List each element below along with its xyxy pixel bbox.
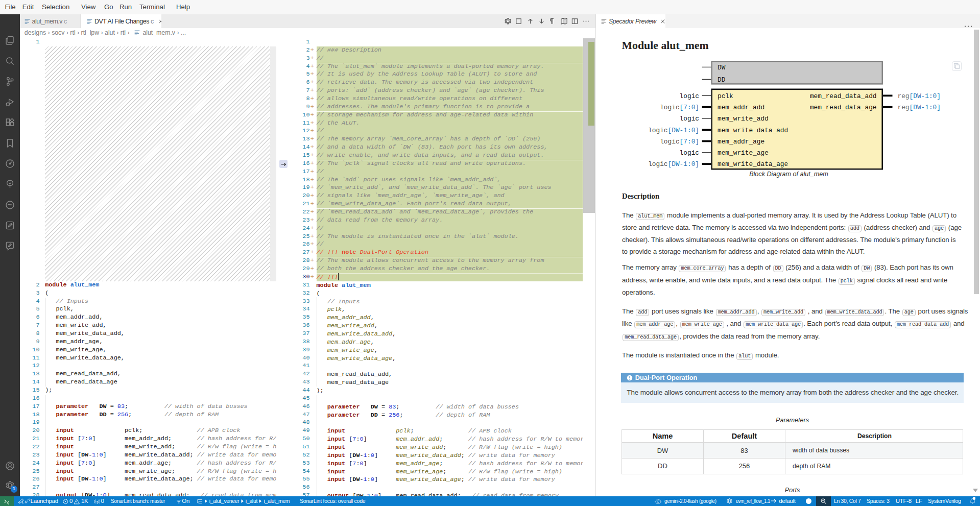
svg-text:DW: DW <box>718 64 726 71</box>
svg-text:reg[DW-1:0]: reg[DW-1:0] <box>897 92 940 100</box>
svg-text:mem_addr_add: mem_addr_add <box>718 104 764 111</box>
svg-text:logic[DW-1:0]: logic[DW-1:0] <box>648 160 699 168</box>
svg-text:logic[7:0]: logic[7:0] <box>660 104 699 111</box>
svg-text:logic: logic <box>679 149 699 157</box>
svg-text:pclk: pclk <box>718 92 733 100</box>
svg-text:logic[7:0]: logic[7:0] <box>660 138 699 146</box>
svg-text:DD: DD <box>718 76 726 84</box>
svg-text:logic: logic <box>679 115 699 123</box>
svg-text:logic: logic <box>679 92 699 100</box>
svg-text:mem_write_age: mem_write_age <box>718 149 769 157</box>
svg-text:logic[DW-1:0]: logic[DW-1:0] <box>648 126 699 134</box>
svg-text:mem_read_data_add: mem_read_data_add <box>809 92 876 100</box>
svg-text:mem_read_data_age: mem_read_data_age <box>809 104 876 111</box>
svg-text:mem_addr_age: mem_addr_age <box>718 138 764 146</box>
svg-text:reg[DW-1:0]: reg[DW-1:0] <box>897 104 940 111</box>
svg-text:mem_write_add: mem_write_add <box>718 115 769 123</box>
svg-text:mem_write_data_add: mem_write_data_add <box>718 126 788 134</box>
svg-text:mem_write_data_age: mem_write_data_age <box>718 160 788 168</box>
